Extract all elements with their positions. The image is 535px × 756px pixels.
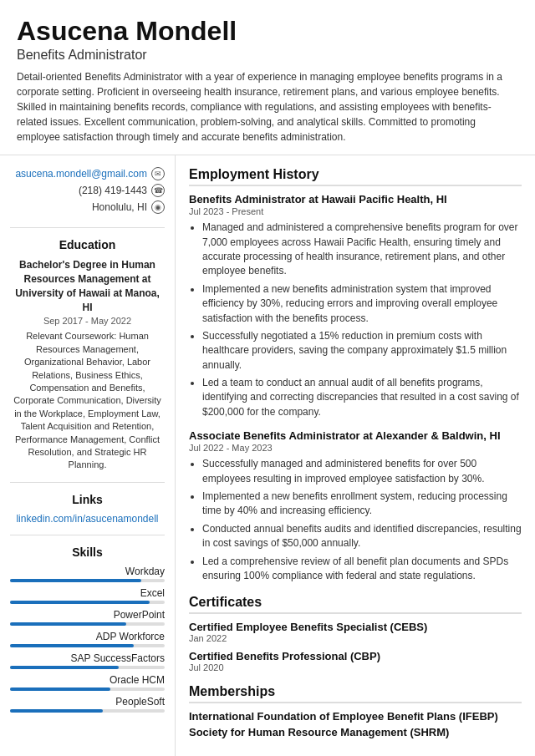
skill-bar — [10, 622, 126, 626]
edu-dates: Sep 2017 - May 2022 — [10, 316, 165, 326]
certificates-title: Certificates — [189, 595, 522, 614]
job-bullets: Managed and administered a comprehensive… — [189, 221, 522, 419]
bullet: Successfully managed and administered be… — [202, 457, 522, 486]
skill-bar-container — [10, 666, 165, 669]
memberships-title: Memberships — [189, 684, 522, 703]
skill-bar-container — [10, 622, 165, 626]
links-title: Links — [10, 493, 165, 506]
skill-bar — [10, 688, 110, 691]
education-block: Bachelor's Degree in Human Resources Man… — [10, 258, 165, 471]
skill-bar-container — [10, 579, 165, 582]
skill-name: ADP Workforce — [96, 631, 165, 642]
skill-item: Excel — [10, 587, 165, 604]
skill-item: ADP Workforce — [10, 631, 165, 647]
skill-bar-container — [10, 601, 165, 604]
skill-name: Oracle HCM — [110, 674, 165, 686]
resume-page: Asucena Mondell Benefits Administrator D… — [0, 0, 535, 756]
bullet: Implemented a new benefits administratio… — [202, 282, 522, 326]
certificates-section: Certificates Certified Employee Benefits… — [189, 595, 522, 672]
skill-item: Oracle HCM — [10, 674, 165, 691]
right-column: Employment History Benefits Administrato… — [176, 155, 535, 756]
cert-date: Jul 2020 — [189, 662, 522, 672]
job-block: Associate Benefits Administrator at Alex… — [189, 429, 522, 583]
skill-bar-container — [10, 644, 165, 647]
left-column: asucena.mondell@gmail.com ✉ (218) 419-14… — [0, 155, 176, 756]
cert-date: Jan 2022 — [189, 633, 522, 643]
job-title: Benefits Administrator at Hawaii Pacific… — [189, 193, 522, 205]
skills-section: Skills Workday Excel PowerPoint ADP Work… — [10, 545, 165, 728]
employment-title: Employment History — [189, 167, 522, 186]
skill-bar-container — [10, 688, 165, 691]
education-title: Education — [10, 238, 165, 251]
members-list: International Foundation of Employee Ben… — [189, 710, 522, 738]
skills-title: Skills — [10, 545, 165, 559]
skill-bar — [10, 579, 141, 582]
education-section: Education Bachelor's Degree in Human Res… — [10, 238, 165, 482]
bullet: Implemented a new benefits enrollment sy… — [202, 490, 522, 519]
cert-item: Certified Benefits Professional (CBP) Ju… — [189, 650, 522, 672]
email-text[interactable]: asucena.mondell@gmail.com — [15, 168, 147, 180]
skill-item: SAP SuccessFactors — [10, 652, 165, 669]
member-item: International Foundation of Employee Ben… — [189, 710, 522, 723]
links-section: Links linkedin.com/in/asucenamondell — [10, 493, 165, 535]
cert-name: Certified Employee Benefits Specialist (… — [189, 621, 522, 633]
job-dates: Jul 2022 - May 2023 — [189, 443, 522, 453]
jobs-list: Benefits Administrator at Hawaii Pacific… — [189, 193, 522, 583]
skill-name: PeopleSoft — [115, 696, 165, 708]
skill-bar-container — [10, 709, 165, 713]
job-bullets: Successfully managed and administered be… — [189, 457, 522, 583]
coursework-text: Relevant Coursework: Human Resources Man… — [10, 330, 165, 471]
skill-bar — [10, 709, 103, 713]
cert-item: Certified Employee Benefits Specialist (… — [189, 621, 522, 643]
certs-list: Certified Employee Benefits Specialist (… — [189, 621, 522, 672]
candidate-name: Asucena Mondell — [17, 17, 518, 46]
skill-bar — [10, 666, 119, 669]
degree-text: Bachelor's Degree in Human Resources Man… — [10, 258, 165, 314]
skill-item: Workday — [10, 566, 165, 582]
location-icon: ◉ — [151, 200, 165, 214]
skill-bar — [10, 644, 134, 647]
phone-item: (218) 419-1443 ☎ — [10, 184, 165, 197]
skill-name: Excel — [140, 587, 165, 599]
candidate-title: Benefits Administrator — [17, 48, 518, 63]
job-dates: Jul 2023 - Present — [189, 206, 522, 216]
location-text: Honolulu, HI — [92, 201, 147, 213]
cert-name: Certified Benefits Professional (CBP) — [189, 650, 522, 662]
bullet: Led a comprehensive review of all benefi… — [202, 555, 522, 584]
skill-item: PowerPoint — [10, 609, 165, 626]
contact-section: asucena.mondell@gmail.com ✉ (218) 419-14… — [10, 167, 165, 228]
coursework-label: Relevant Coursework: — [26, 331, 116, 341]
summary-text: Detail-oriented Benefits Administrator w… — [17, 69, 518, 145]
job-block: Benefits Administrator at Hawaii Pacific… — [189, 193, 522, 419]
coursework-content: Human Resources Management, Organization… — [13, 331, 161, 469]
location-item: Honolulu, HI ◉ — [10, 200, 165, 214]
skill-name: Workday — [125, 566, 165, 577]
email-icon: ✉ — [151, 167, 165, 180]
bullet: Managed and administered a comprehensive… — [202, 221, 522, 279]
member-item: Society for Human Resource Management (S… — [189, 726, 522, 738]
employment-section: Employment History Benefits Administrato… — [189, 167, 522, 583]
bullet: Conducted annual benefits audits and ide… — [202, 522, 522, 551]
bullet: Led a team to conduct an annual audit of… — [202, 376, 522, 419]
bullet: Successfully negotiated a 15% reduction … — [202, 329, 522, 373]
email-item: asucena.mondell@gmail.com ✉ — [10, 167, 165, 180]
skill-bar — [10, 601, 150, 604]
linkedin-link[interactable]: linkedin.com/in/asucenamondell — [10, 513, 165, 525]
skill-name: SAP SuccessFactors — [71, 652, 166, 664]
phone-icon: ☎ — [151, 184, 165, 197]
memberships-section: Memberships International Foundation of … — [189, 684, 522, 738]
body-section: asucena.mondell@gmail.com ✉ (218) 419-14… — [0, 155, 535, 756]
skill-item: PeopleSoft — [10, 696, 165, 713]
header-section: Asucena Mondell Benefits Administrator D… — [0, 0, 535, 155]
job-title: Associate Benefits Administrator at Alex… — [189, 429, 522, 442]
skill-name: PowerPoint — [114, 609, 165, 621]
skills-list: Workday Excel PowerPoint ADP Workforce S… — [10, 566, 165, 713]
phone-text: (218) 419-1443 — [79, 185, 147, 196]
